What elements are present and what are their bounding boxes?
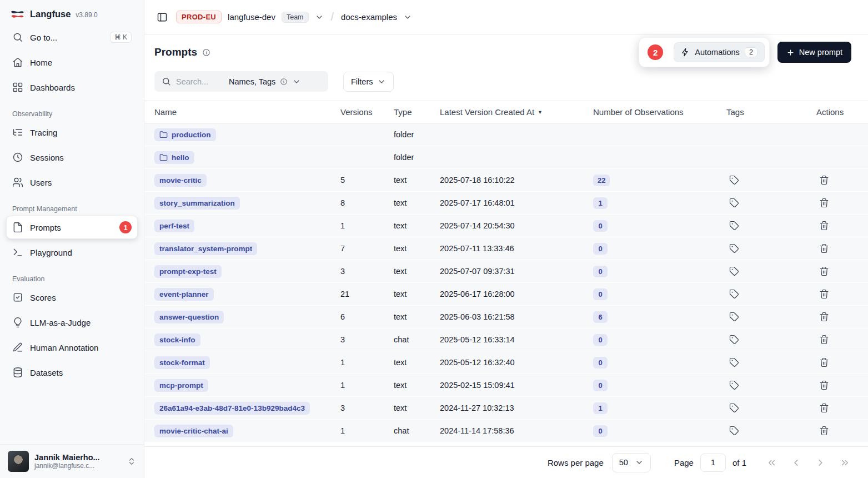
delete-button[interactable] (817, 310, 831, 323)
delete-button[interactable] (817, 401, 831, 415)
table-row[interactable]: story_summarization 8 text 2025-07-17 16… (144, 192, 868, 215)
table-row[interactable]: stock-info 3 chat 2025-05-12 16:33:14 0 (144, 328, 868, 351)
cell-created: 2025-07-14 20:54:30 (440, 221, 593, 230)
home-icon (12, 57, 23, 68)
prompt-name-badge[interactable]: perf-test (154, 220, 194, 232)
page-number-input[interactable] (700, 454, 726, 472)
sidebar-toggle-button[interactable] (154, 9, 170, 25)
sidebar-item-sessions[interactable]: Sessions (7, 146, 137, 168)
chevron-down-icon[interactable] (315, 13, 324, 22)
sidebar-item-label: Human Annotation (30, 343, 98, 352)
chevron-down-icon[interactable] (403, 13, 412, 22)
table-row[interactable]: production folder (144, 123, 868, 146)
cell-observations: 0 (593, 357, 726, 369)
tag-icon (729, 380, 739, 390)
cell-tags (726, 356, 816, 369)
table-row[interactable]: answer-question 6 text 2025-06-03 16:21:… (144, 306, 868, 328)
automations-button[interactable]: Automations 2 (674, 42, 765, 62)
prompt-name: stock-format (159, 359, 205, 367)
tags-button[interactable] (727, 379, 741, 392)
cell-name: story_summarization (154, 197, 340, 210)
tags-button[interactable] (727, 173, 741, 187)
chevrons-up-down-icon (127, 457, 136, 466)
search-input[interactable] (176, 77, 224, 86)
sidebar-item-tracing[interactable]: Tracing (7, 121, 137, 143)
table-row[interactable]: mcp-prompt 1 text 2025-02-15 15:09:41 0 (144, 374, 868, 397)
cell-created: 2025-07-17 16:48:01 (440, 198, 593, 207)
delete-button[interactable] (817, 242, 831, 255)
sidebar-item-users[interactable]: Users (7, 171, 137, 193)
sidebar-item-playground[interactable]: Playground (7, 241, 137, 263)
delete-button[interactable] (817, 265, 831, 278)
goto-search[interactable]: Go to... ⌘ K (7, 26, 137, 48)
sidebar-item-dashboards[interactable]: Dashboards (7, 76, 137, 98)
table-row[interactable]: prompt-exp-test 3 text 2025-07-07 09:37:… (144, 260, 868, 283)
delete-button[interactable] (817, 379, 831, 392)
prompt-name-badge[interactable]: movie-critic (154, 174, 207, 187)
prompt-name-badge[interactable]: 26a61a94-e3ab-48d7-81e0-13b929bad4c3 (154, 402, 310, 415)
tags-button[interactable] (727, 287, 741, 301)
tags-button[interactable] (727, 219, 741, 232)
project-name[interactable]: docs-examples (341, 12, 397, 22)
sidebar-item-prompts[interactable]: Prompts 1 (7, 216, 137, 238)
tags-button[interactable] (727, 424, 741, 437)
search-scope-dropdown[interactable]: Names, Tags (229, 77, 301, 86)
cell-name: stock-info (154, 333, 340, 346)
prompt-name-badge[interactable]: stock-info (154, 333, 200, 346)
observations-badge: 0 (593, 243, 608, 255)
next-page-button[interactable] (812, 454, 829, 471)
tags-button[interactable] (727, 401, 741, 415)
delete-button[interactable] (817, 424, 831, 437)
delete-button[interactable] (817, 196, 831, 210)
table-row[interactable]: movie-critic 5 text 2025-07-18 16:10:22 … (144, 169, 868, 192)
tags-button[interactable] (727, 196, 741, 210)
tags-button[interactable] (727, 356, 741, 369)
table-row[interactable]: 26a61a94-e3ab-48d7-81e0-13b929bad4c3 3 t… (144, 397, 868, 420)
tags-button[interactable] (727, 242, 741, 255)
previous-page-button[interactable] (787, 454, 805, 471)
sidebar-item-llm-judge[interactable]: LLM-as-a-Judge (7, 311, 137, 333)
table-row[interactable]: stock-format 1 text 2025-05-12 16:32:40 … (144, 351, 868, 374)
table-row[interactable]: perf-test 1 text 2025-07-14 20:54:30 0 (144, 215, 868, 237)
delete-button[interactable] (817, 333, 831, 346)
prompt-name-badge[interactable]: story_summarization (154, 197, 240, 210)
user-menu[interactable]: Jannik Maierho... jannik@langfuse.c... (0, 444, 144, 478)
prompt-name-badge[interactable]: mcp-prompt (154, 379, 208, 392)
prompt-name-badge[interactable]: event-planner (154, 288, 214, 301)
table-row[interactable]: translator_system-prompt 7 text 2025-07-… (144, 237, 868, 260)
filters-button[interactable]: Filters (343, 72, 394, 92)
column-header-created[interactable]: Latest Version Created At ▼ (440, 107, 593, 117)
cell-created: 2025-05-12 16:33:14 (440, 335, 593, 344)
prompt-name-badge[interactable]: hello (154, 151, 194, 164)
new-prompt-button[interactable]: New prompt (777, 42, 851, 63)
sidebar-item-scores[interactable]: Scores (7, 286, 137, 308)
sidebar-item-datasets[interactable]: Datasets (7, 361, 137, 384)
rows-per-page-select[interactable]: 50 (612, 453, 651, 472)
sidebar-item-human-annotation[interactable]: Human Annotation (7, 336, 137, 359)
delete-button[interactable] (817, 173, 831, 187)
first-page-button[interactable] (763, 454, 780, 471)
last-page-button[interactable] (836, 454, 854, 471)
prompt-name-badge[interactable]: production (154, 128, 216, 141)
table-row[interactable]: hello folder (144, 146, 868, 169)
cell-created: 2024-11-27 10:32:13 (440, 404, 593, 412)
tag-icon (729, 221, 739, 231)
table-row[interactable]: event-planner 21 text 2025-06-17 16:28:0… (144, 283, 868, 306)
delete-button[interactable] (817, 356, 831, 369)
prompt-name-badge[interactable]: translator_system-prompt (154, 242, 257, 255)
tags-button[interactable] (727, 310, 741, 323)
prompt-name-badge[interactable]: answer-question (154, 311, 224, 323)
prompt-name-badge[interactable]: stock-format (154, 356, 210, 369)
org-name[interactable]: langfuse-dev (228, 12, 275, 22)
delete-button[interactable] (817, 287, 831, 301)
prompt-name-badge[interactable]: prompt-exp-test (154, 265, 222, 278)
delete-button[interactable] (817, 219, 831, 232)
cell-name: hello (154, 151, 340, 164)
table-row[interactable]: movie-critic-chat-ai 1 chat 2024-11-14 1… (144, 420, 868, 442)
section-label-evaluation: Evaluation (7, 275, 137, 283)
info-icon[interactable] (202, 48, 210, 57)
sidebar-item-home[interactable]: Home (7, 51, 137, 73)
tags-button[interactable] (727, 265, 741, 278)
tags-button[interactable] (727, 333, 741, 346)
prompt-name-badge[interactable]: movie-critic-chat-ai (154, 425, 233, 437)
